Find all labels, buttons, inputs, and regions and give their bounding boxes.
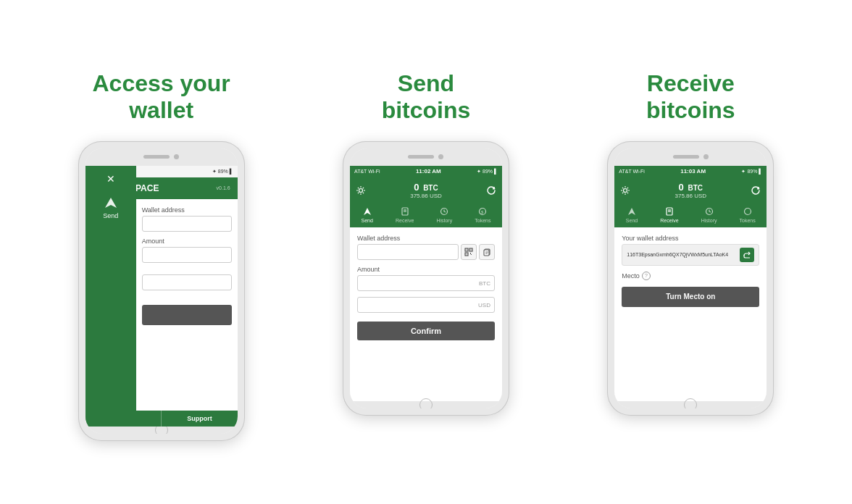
nav-tabs-receive: Send Receive History	[614, 203, 767, 227]
amount-label-send: Amount	[357, 266, 495, 273]
refresh-icon[interactable]	[486, 185, 496, 196]
submit-button[interactable]	[142, 305, 232, 325]
status-battery-send: ✦ 89% ▌	[477, 169, 498, 175]
phone-wallet: ●●● ✦ 89% ▌ COIN.SPACE v0.1.6	[78, 141, 245, 441]
section-wallet: Access your wallet ●●● ✦ 89% ▌	[46, 70, 277, 441]
section-title-receive: Receive bitcoins	[646, 70, 735, 124]
status-time-send: 11:02 AM	[416, 168, 441, 175]
settings-icon[interactable]	[356, 185, 366, 196]
receive-form: Your wallet address 116T3EpsanGxmh6QX7Qj…	[614, 227, 767, 401]
svg-rect-19	[470, 253, 471, 253]
tab-send[interactable]: Send	[362, 206, 373, 223]
wallet-address-send-input[interactable]	[357, 244, 459, 260]
phone-wallet-inner: ●●● ✦ 89% ▌ COIN.SPACE v0.1.6	[85, 148, 238, 434]
svg-rect-14	[466, 249, 467, 250]
svg-marker-4	[364, 208, 371, 215]
svg-rect-17	[470, 253, 471, 254]
mecto-label: Mecto ?	[622, 272, 759, 280]
tab-receive-receive-screen[interactable]: Receive	[660, 206, 678, 223]
tab-tokens[interactable]: $ Tokens	[475, 206, 490, 223]
phone-camera-3	[703, 154, 709, 159]
confirm-button[interactable]: Confirm	[357, 322, 495, 340]
status-carrier-receive: AT&T Wi-Fi	[619, 169, 645, 174]
wallet-address-input[interactable]	[142, 216, 232, 232]
balance-center-receive: 0 BTC 375.86 USD	[675, 182, 707, 199]
phone-home-2	[350, 401, 502, 408]
home-circle-2[interactable]	[419, 398, 433, 408]
app-header-receive: 0 BTC 375.86 USD	[614, 177, 767, 203]
section-title-wallet: Access your wallet	[92, 70, 230, 124]
usd-balance-receive: 375.86 USD	[675, 193, 707, 199]
qr-code-btn[interactable]	[461, 244, 477, 260]
tab-history[interactable]: History	[436, 206, 452, 223]
phone-camera-2	[438, 154, 443, 159]
amount-input[interactable]	[142, 247, 232, 263]
svg-rect-21	[484, 250, 489, 256]
amount-usd-row: USD	[357, 297, 495, 313]
tab-tokens-receive-screen[interactable]: Tokens	[740, 206, 756, 223]
usd-balance: 375.86 USD	[410, 193, 442, 199]
svg-point-24	[624, 188, 627, 192]
wallet-address-display: 116T3EpsanGxmh6QX7QjVWxM5unLTAoK4	[622, 244, 759, 266]
history-tab-icon-r	[704, 206, 714, 217]
tokens-tab-icon-r	[743, 206, 753, 217]
side-panel: ✕ Send	[85, 166, 136, 427]
mecto-info-icon: ?	[642, 272, 651, 280]
receive-tab-icon	[400, 206, 410, 217]
support-btn[interactable]: Support	[161, 411, 238, 427]
app-header-send: 0 BTC 375.86 USD	[350, 177, 502, 203]
section-send: Send bitcoins AT&T Wi-Fi 11:02 AM ✦ 89% …	[310, 70, 542, 416]
svg-point-3	[359, 188, 362, 192]
phone-top-send	[350, 148, 502, 166]
send-nav-label: Send	[103, 212, 118, 219]
tab-history-receive-screen[interactable]: History	[701, 206, 717, 223]
tokens-tab-icon: $	[477, 206, 488, 217]
btc-currency-label: BTC	[479, 280, 490, 286]
close-btn[interactable]: ✕	[106, 173, 115, 185]
paste-btn[interactable]	[479, 244, 495, 260]
nav-tabs-send: Send Receive History	[350, 203, 502, 227]
amount-label: Amount	[142, 238, 232, 245]
send-tab-icon-r	[627, 206, 637, 217]
svg-rect-18	[471, 254, 472, 255]
status-bar-receive: AT&T Wi-Fi 11:03 AM ✦ 89% ▌	[614, 166, 767, 177]
turn-mecto-button[interactable]: Turn Mecto on	[622, 287, 759, 307]
amount-usd-input[interactable]	[357, 297, 495, 313]
receive-tab-icon-r	[664, 206, 674, 217]
history-tab-icon	[439, 206, 449, 217]
status-battery: ✦ 89% ▌	[212, 169, 233, 175]
status-time-receive: 11:03 AM	[680, 168, 706, 175]
phone-speaker-2	[408, 155, 434, 159]
send-nav-btn[interactable]: Send	[103, 196, 118, 219]
phone-home-1	[85, 427, 238, 434]
tab-send-receive-screen[interactable]: Send	[626, 206, 638, 223]
balance-center: 0 BTC 375.86 USD	[410, 182, 442, 199]
wallet-address-label-send: Wallet address	[357, 235, 495, 242]
svg-marker-2	[105, 198, 117, 208]
balance-value: 0 BTC	[414, 182, 438, 193]
amount-btc-input[interactable]	[357, 275, 495, 291]
wallet-address-label: Wallet address	[142, 206, 232, 214]
status-bar-send: AT&T Wi-Fi 11:02 AM ✦ 89% ▌	[350, 166, 502, 177]
svg-point-30	[744, 208, 751, 214]
amount-input-2[interactable]	[142, 274, 232, 290]
status-carrier-send: AT&T Wi-Fi	[354, 169, 380, 174]
wallet-address-text: 116T3EpsanGxmh6QX7QjVWxM5unLTAoK4	[627, 252, 737, 257]
send-tab-icon	[362, 206, 372, 217]
your-wallet-label: Your wallet address	[622, 235, 759, 242]
phone-speaker	[143, 155, 170, 159]
share-btn[interactable]	[740, 248, 754, 262]
phone-top-receive	[614, 148, 767, 166]
settings-icon-receive[interactable]	[620, 185, 630, 196]
phone-top-wallet	[85, 148, 238, 166]
svg-rect-15	[470, 249, 471, 250]
page-wrapper: Access your wallet ●●● ✦ 89% ▌	[0, 49, 852, 455]
phone-speaker-3	[673, 155, 699, 159]
phone-home-3	[614, 401, 767, 408]
wallet-address-row	[357, 244, 495, 260]
refresh-icon-receive[interactable]	[751, 185, 761, 196]
section-receive: Receive bitcoins AT&T Wi-Fi 11:03 AM ✦ 8…	[575, 70, 806, 416]
status-battery-receive: ✦ 89% ▌	[741, 169, 762, 175]
tab-receive[interactable]: Receive	[396, 206, 414, 223]
phone-receive: AT&T Wi-Fi 11:03 AM ✦ 89% ▌ 0	[607, 141, 774, 416]
